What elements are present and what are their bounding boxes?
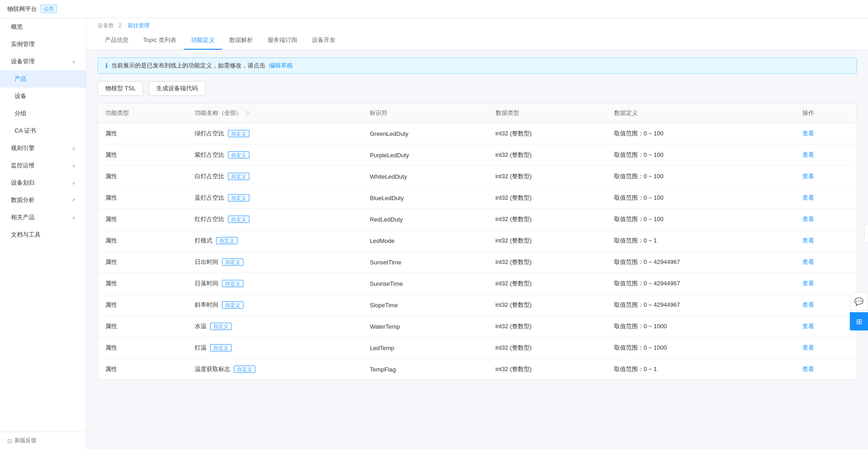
chat-float-btn[interactable]: 💬 <box>850 292 868 310</box>
custom-tag: 自定义 <box>222 258 243 266</box>
sidebar-item-device-return[interactable]: 设备划归 ∨ <box>0 174 86 191</box>
cell-data-type: int32 (整数型) <box>488 145 607 166</box>
feedback-btn[interactable]: ◻ 新版反馈 <box>0 432 86 449</box>
cell-identifier: SunriseTime <box>362 273 488 294</box>
cell-func-name: 斜率时间 自定义 <box>187 294 362 316</box>
cell-data-type: int32 (整数型) <box>488 252 607 273</box>
tsl-btn[interactable]: 物模型 TSL <box>98 81 143 96</box>
custom-tag: 自定义 <box>222 301 243 309</box>
platform-title: 物联网平台 <box>7 5 37 13</box>
tab-device-dev[interactable]: 设备开发 <box>305 31 343 50</box>
view-btn[interactable]: 查看 <box>802 151 814 159</box>
cell-action: 查看 <box>795 316 857 337</box>
sidebar-label-rules: 规则引擎 <box>11 144 35 152</box>
feature-table: 功能类型 功能名称（全部） ▽ 标识符 数据类型 数据定义 操作 <box>98 103 857 380</box>
breadcrumb-device-count-label: 设备数 <box>98 22 114 29</box>
tab-func-def[interactable]: 功能定义 <box>184 31 222 50</box>
cell-func-name: 紫灯占空比 自定义 <box>187 145 362 166</box>
cell-identifier: SlopeTime <box>362 294 488 316</box>
view-btn[interactable]: 查看 <box>802 172 814 181</box>
table-row: 属性 日出时间 自定义 SunsetTime int32 (整数型) 取值范围：… <box>98 252 857 273</box>
view-btn[interactable]: 查看 <box>802 215 814 223</box>
custom-tag: 自定义 <box>210 323 232 330</box>
notice-link[interactable]: 编辑草稿 <box>269 62 293 70</box>
sidebar-item-device-mgmt[interactable]: 设备管理 ∧ <box>0 53 86 70</box>
sidebar-item-product[interactable]: 产品 <box>0 70 86 88</box>
table-row: 属性 红灯占空比 自定义 RedLedDuty int32 (整数型) 取值范围… <box>98 209 857 230</box>
cell-func-type: 属性 <box>98 166 187 187</box>
content-area: < 设备数 2 前往管理 产品信息 Topic 类列表 功能定义 <box>87 18 868 449</box>
table-row: 属性 灯模式 自定义 LedMode int32 (整数型) 取值范围：0 ~ … <box>98 230 857 252</box>
tab-topic-list[interactable]: Topic 类列表 <box>136 31 184 50</box>
grid-float-btn[interactable]: ⊞ <box>850 312 868 330</box>
sidebar-item-overview[interactable]: 概览 <box>0 18 86 36</box>
custom-tag: 自定义 <box>228 194 249 201</box>
cell-data-def: 取值范围：0 ~ 100 <box>607 209 795 230</box>
view-btn[interactable]: 查看 <box>802 301 814 309</box>
tab-data-analysis[interactable]: 数据解析 <box>222 31 260 50</box>
sidebar-collapse-toggle[interactable]: < <box>864 225 868 243</box>
col-action: 操作 <box>795 103 857 123</box>
cell-data-type: int32 (整数型) <box>488 187 607 209</box>
cell-data-def: 取值范围：0 ~ 1000 <box>607 316 795 337</box>
view-btn[interactable]: 查看 <box>802 237 814 245</box>
sidebar-item-related-products[interactable]: 相关产品 ∨ <box>0 209 86 226</box>
content-header: 设备数 2 前往管理 产品信息 Topic 类列表 功能定义 数据解析 <box>87 18 868 50</box>
table-row: 属性 水温 自定义 WaterTemp int32 (整数型) 取值范围：0 ~… <box>98 316 857 337</box>
cell-identifier: LedTemp <box>362 337 488 359</box>
cell-data-type: int32 (整数型) <box>488 294 607 316</box>
breadcrumb-manage-link[interactable]: 前往管理 <box>128 22 150 29</box>
cell-func-name: 日出时间 自定义 <box>187 252 362 273</box>
notice-bar: ℹ 当前展示的是已发布到线上的功能定义，如需修改，请点击 编辑草稿 <box>98 57 857 74</box>
view-btn[interactable]: 查看 <box>802 322 814 330</box>
sidebar-item-group[interactable]: 分组 <box>0 105 86 122</box>
related-products-chevron: ∨ <box>72 215 75 220</box>
cell-data-def: 取值范围：0 ~ 1 <box>607 359 795 380</box>
cell-func-name: 灯模式 自定义 <box>187 230 362 252</box>
cell-identifier: TempFlag <box>362 359 488 380</box>
tab-service-sub[interactable]: 服务端订阅 <box>260 31 305 50</box>
gen-code-btn[interactable]: 生成设备端代码 <box>149 81 206 96</box>
sidebar-item-ca-cert[interactable]: CA 证书 <box>0 122 86 139</box>
custom-tag: 自定义 <box>228 151 249 159</box>
sidebar-item-device[interactable]: 设备 <box>0 88 86 105</box>
view-btn[interactable]: 查看 <box>802 344 814 352</box>
action-bar: 物模型 TSL 生成设备端代码 <box>98 81 857 96</box>
breadcrumb-device-count: 2 <box>119 22 122 29</box>
cell-identifier: SunsetTime <box>362 252 488 273</box>
sidebar-item-data-analysis[interactable]: 数据分析 ↗ <box>0 191 86 209</box>
notice-text: 当前展示的是已发布到线上的功能定义，如需修改，请点击 <box>111 62 265 70</box>
sidebar-label-monitor: 监控运维 <box>11 161 35 170</box>
sidebar-item-docs-tools[interactable]: 文档与工具 <box>0 226 86 243</box>
sidebar-item-monitor[interactable]: 监控运维 ∨ <box>0 157 86 174</box>
sidebar-label-device-return: 设备划归 <box>11 179 35 187</box>
custom-tag: 自定义 <box>228 173 249 180</box>
view-btn[interactable]: 查看 <box>802 129 814 138</box>
cell-func-name: 红灯占空比 自定义 <box>187 209 362 230</box>
table-row: 属性 斜率时间 自定义 SlopeTime int32 (整数型) 取值范围：0… <box>98 294 857 316</box>
sidebar-item-instance-mgmt[interactable]: 实例管理 <box>0 36 86 53</box>
tabs: 产品信息 Topic 类列表 功能定义 数据解析 服务端订阅 设备开发 <box>98 31 857 50</box>
view-btn[interactable]: 查看 <box>802 194 814 202</box>
cell-data-type: int32 (整数型) <box>488 337 607 359</box>
chat-icon: 💬 <box>854 297 863 306</box>
cell-identifier: GreenLedDuty <box>362 123 488 145</box>
func-name-filter-icon[interactable]: ▽ <box>246 110 249 116</box>
sidebar-label-docs-tools: 文档与工具 <box>11 231 41 239</box>
cell-func-type: 属性 <box>98 337 187 359</box>
grid-icon: ⊞ <box>856 317 862 326</box>
float-btns: 💬 ⊞ <box>850 292 868 330</box>
cell-data-def: 取值范围：0 ~ 100 <box>607 123 795 145</box>
tab-product-info[interactable]: 产品信息 <box>98 31 136 50</box>
sidebar-label-data-analysis: 数据分析 <box>11 196 35 204</box>
device-mgmt-chevron: ∧ <box>72 59 75 64</box>
view-btn[interactable]: 查看 <box>802 258 814 266</box>
view-btn[interactable]: 查看 <box>802 279 814 288</box>
sidebar: 概览 实例管理 设备管理 ∧ 产品 设备 分组 CA 证书 规则引擎 ∨ 监控运… <box>0 18 87 449</box>
sidebar-label-group: 分组 <box>15 109 26 118</box>
table-row: 属性 灯温 自定义 LedTemp int32 (整数型) 取值范围：0 ~ 1… <box>98 337 857 359</box>
view-btn[interactable]: 查看 <box>802 365 814 373</box>
top-bar: 物联网平台 公共 <box>0 0 868 18</box>
sidebar-item-rules[interactable]: 规则引擎 ∨ <box>0 139 86 157</box>
sidebar-label-instance-mgmt: 实例管理 <box>11 40 35 48</box>
